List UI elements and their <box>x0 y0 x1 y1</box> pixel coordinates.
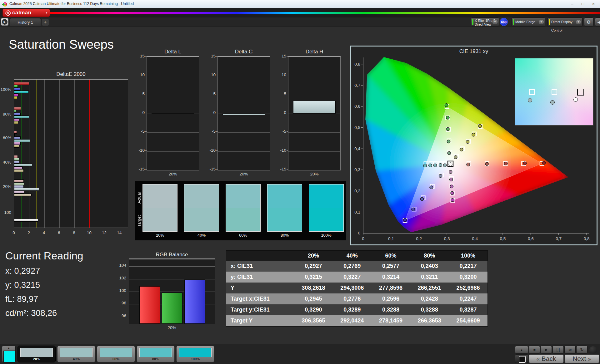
deltaL-y-tick: 10 <box>134 72 145 77</box>
tick <box>145 94 147 94</box>
table-cell: 0,2403 <box>410 261 449 272</box>
display-control-dropdown[interactable]: Direct Display Control ▼ <box>548 17 582 27</box>
deltaL-y-tick: 15 <box>134 54 145 58</box>
patch-label: 20% <box>18 357 55 361</box>
meter-mode: Direct View <box>475 22 495 26</box>
table-col-header: 40% <box>333 251 372 261</box>
gridline <box>129 266 215 267</box>
tab-history-1[interactable]: History 1 <box>10 18 41 26</box>
history-nav-button[interactable]: ▶ <box>1 18 8 26</box>
measured-marker-cyan <box>433 164 437 167</box>
patch-swatch <box>100 348 132 357</box>
table-cell: 0,3214 <box>372 272 410 283</box>
tick <box>216 94 218 94</box>
display-status-indicator <box>549 19 550 25</box>
current-reading-block: Current Reading x: 0,2927 y: 0,3215 fL: … <box>5 250 112 318</box>
rgb-bar-red <box>139 286 160 324</box>
continuous-measure-button[interactable]: ∞ <box>564 346 576 354</box>
collapse-panel-button[interactable]: ◀ <box>595 17 600 27</box>
table-cell: 277,8596 <box>372 283 410 293</box>
deltae-bar-60%-Yellow <box>14 145 19 148</box>
inset-measured-marker <box>573 97 578 102</box>
patch-button-100%[interactable]: 100% <box>176 346 214 362</box>
rgb-y-tick: 104 <box>116 263 126 268</box>
rgb-y-tick: 100 <box>116 288 126 293</box>
deltae-bar-100%-Yellow <box>14 96 17 99</box>
stop-button[interactable]: ■ <box>529 346 540 354</box>
deltaL-y-tick: 5 <box>134 91 145 96</box>
reading-y-value: 0,3215 <box>14 280 40 290</box>
patch-button-20%[interactable]: 20% <box>18 346 56 362</box>
patch-window-expand-button[interactable]: ▲ <box>2 346 16 362</box>
deltae-bar-60%-Red <box>14 131 17 134</box>
patch-button-80%[interactable]: 80% <box>137 346 175 362</box>
add-tab-button[interactable]: + <box>42 19 49 26</box>
meter-dropdown[interactable]: X-Rite i1Pro 3 Direct View ▼ <box>471 17 499 27</box>
single-measure-button[interactable]: [·] <box>552 346 564 354</box>
svg-text:0,6: 0,6 <box>528 236 534 241</box>
patch-button-40%[interactable]: 40% <box>57 346 95 362</box>
settings-button[interactable]: ⚙ <box>584 17 593 27</box>
svg-text:0,2: 0,2 <box>416 236 422 241</box>
rainbow-strip <box>50 12 600 14</box>
deltaH-x-label: 20% <box>288 172 341 176</box>
table-row-label: x: CIE31 <box>226 261 294 272</box>
maximize-button[interactable]: □ <box>578 0 588 8</box>
inset-target-marker <box>552 89 557 95</box>
table-cell: 0,2217 <box>449 261 488 272</box>
table-row: Target y:CIE310,32900,32890,32880,32880,… <box>226 304 488 315</box>
measured-marker-yellow <box>472 133 475 136</box>
deltaH-y-tick: -5 <box>276 129 286 134</box>
table-row: y: CIE310,32150,32270,32140,32110,3200 <box>226 272 488 283</box>
measured-marker-cyan <box>429 164 432 167</box>
patch-button-60%[interactable]: 60% <box>97 346 135 362</box>
swatch-40% <box>184 184 219 232</box>
rgb-y-tick: 96 <box>116 313 126 318</box>
swatch-label-60%: 60% <box>226 233 261 238</box>
current-patch-swatch <box>3 351 15 362</box>
meter-count-badge[interactable]: 668 <box>500 18 508 26</box>
table-cell: 0,2577 <box>372 261 410 272</box>
deltae-bar-20%-Yellow <box>14 194 32 196</box>
minimize-button[interactable]: – <box>567 0 578 8</box>
calman-menu-button[interactable]: calman ▼ <box>2 9 50 17</box>
patch-label: 80% <box>137 357 174 361</box>
close-button[interactable]: × <box>588 0 599 8</box>
transport-expand-button[interactable]: ▲ <box>515 346 528 354</box>
rgb-bar-green <box>162 293 182 324</box>
deltaH-bar <box>293 101 336 114</box>
svg-text:0,3: 0,3 <box>444 236 450 241</box>
deltae-x-tick: 4 <box>43 230 45 235</box>
calman-menu-chevron-icon: ▼ <box>45 12 48 14</box>
swatch-80% <box>267 184 302 232</box>
refresh-button[interactable]: ↻ <box>576 346 588 354</box>
table-col-header: 20% <box>294 251 333 261</box>
deltae-bar-100%-Green <box>14 85 18 88</box>
svg-text:0,7: 0,7 <box>556 236 562 241</box>
table-row: Target x:CIE310,29450,27760,25960,24280,… <box>226 293 488 304</box>
source-dropdown[interactable]: Mobile Forge ▼ <box>512 17 545 27</box>
deltae-bar-60%-Magenta <box>14 142 21 145</box>
play-button[interactable]: ▶ <box>541 346 552 354</box>
chevron-down-icon: ▼ <box>539 20 544 24</box>
next-button[interactable]: Next » <box>564 354 599 363</box>
deltae-bar-40%-Blue <box>14 161 19 164</box>
gridline <box>147 114 199 114</box>
tick <box>287 56 288 57</box>
measured-marker-cyan <box>439 163 442 166</box>
deltaC-bar <box>222 114 265 115</box>
measured-marker-green <box>447 140 450 143</box>
deltaC-y-tick: 0 <box>205 110 216 115</box>
stop-measure-button[interactable] <box>515 354 528 363</box>
gridline <box>120 80 120 228</box>
table-cell: 308,2618 <box>294 283 333 293</box>
table-cell: 266,3653 <box>410 315 449 326</box>
svg-text:0,7: 0,7 <box>354 83 360 88</box>
svg-text:0,4: 0,4 <box>472 236 478 241</box>
deltaC-chart <box>218 56 270 170</box>
table-cell: 0,2769 <box>333 261 372 272</box>
deltaH-chart <box>288 56 341 170</box>
table-cell: 0,3289 <box>333 304 372 315</box>
back-button[interactable]: « Back <box>529 354 564 363</box>
measured-marker-green <box>445 104 448 107</box>
